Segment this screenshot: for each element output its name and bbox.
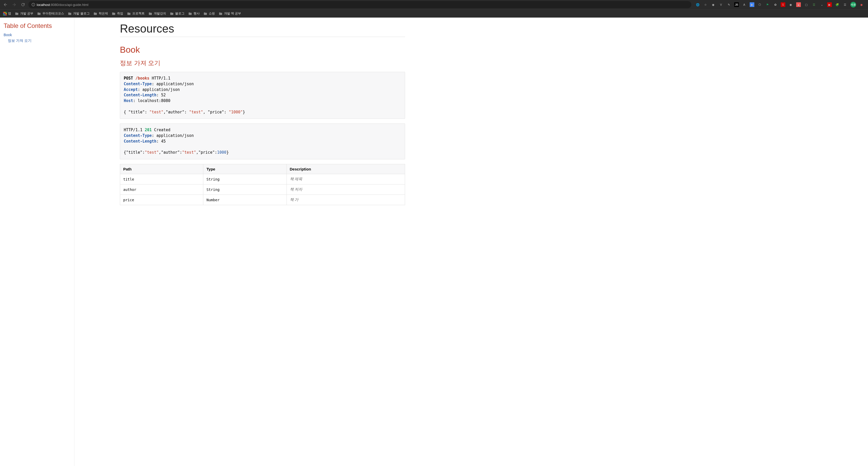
bookmarks-bar: 앱 개발 공부 우아한테크코스 개발 블로그 학은제 취업 프로젝트 개발강의 … <box>0 9 868 18</box>
ext-icon-13[interactable]: ▢ <box>804 2 809 7</box>
bookmark-folder[interactable]: 학은제 <box>93 11 108 16</box>
translate-icon[interactable]: 🌐 <box>695 2 700 7</box>
request-code-block: POST /books HTTP/1.1 Content-Type: appli… <box>120 72 405 119</box>
arrow-right-icon <box>12 2 17 7</box>
cell-type: Number <box>203 195 286 205</box>
reload-icon <box>21 2 25 7</box>
apps-icon <box>3 12 7 15</box>
avatar[interactable]: 세윤 <box>850 2 856 7</box>
ext-icon-5[interactable]: A <box>742 2 747 7</box>
main-content[interactable]: Resources Book 정보 가져 오기 POST /books HTTP… <box>74 18 421 466</box>
ext-icon-10[interactable]: S <box>781 2 785 7</box>
fields-table: Path Type Description title String 책 제목 … <box>120 164 405 205</box>
ext-icon-4[interactable]: JB <box>734 2 739 7</box>
table-row: price Number 책 가 <box>120 195 405 205</box>
ext-icon-6[interactable]: ▶ <box>750 2 754 7</box>
folder-icon <box>112 12 116 15</box>
reading-list-icon[interactable]: ☰ <box>843 2 847 7</box>
bookmark-folder[interactable]: 개발 책 공부 <box>219 11 241 16</box>
extension-icons: 🌐 ☆ ◉ V ✎ JB A ▶ ⎔ ⚑ ✿ S ◉ ▲ ▢ ☰ ⌄ ▶ 🧩 ☰… <box>693 2 866 7</box>
ext-icon-14[interactable]: ☰ <box>812 2 816 7</box>
toc-list: Book 정보 가져 오기 <box>4 33 70 43</box>
response-code-block: HTTP/1.1 201 Created Content-Type: appli… <box>120 123 405 159</box>
browser-chrome: localhost:8080/docs/api-guide.html 🌐 ☆ ◉… <box>0 0 868 18</box>
apps-bookmark[interactable]: 앱 <box>3 11 11 16</box>
ext-icon-7[interactable]: ⎔ <box>757 2 762 7</box>
table-row: title String 책 제목 <box>120 174 405 184</box>
ext-icon-3[interactable]: ✎ <box>726 2 731 7</box>
ext-icon-last[interactable]: ◉ <box>859 2 864 7</box>
ext-icon-8[interactable]: ⚑ <box>765 2 770 7</box>
toc-title: Table of Contents <box>4 22 70 29</box>
th-path: Path <box>120 164 203 174</box>
reload-button[interactable] <box>20 1 26 8</box>
info-icon <box>32 3 35 6</box>
folder-icon <box>203 12 208 15</box>
bookmark-folder[interactable]: 우아한테크코스 <box>37 11 64 16</box>
section-get-info: 정보 가져 오기 <box>120 59 405 67</box>
cell-type: String <box>203 184 286 195</box>
extensions-icon[interactable]: 🧩 <box>835 2 840 7</box>
cell-desc: 책 저자 <box>286 184 405 195</box>
cell-path: title <box>120 174 203 184</box>
page-body: Table of Contents Book 정보 가져 오기 Resource… <box>0 18 868 466</box>
ext-icon-2[interactable]: V <box>719 2 723 7</box>
back-button[interactable] <box>2 1 9 8</box>
cell-path: price <box>120 195 203 205</box>
folder-icon <box>127 12 131 15</box>
cell-desc: 책 가 <box>286 195 405 205</box>
star-icon[interactable]: ☆ <box>703 2 708 7</box>
cell-path: author <box>120 184 203 195</box>
nav-bar: localhost:8080/docs/api-guide.html 🌐 ☆ ◉… <box>0 0 868 9</box>
arrow-left-icon <box>3 2 8 7</box>
bookmark-folder[interactable]: 행사 <box>188 11 200 16</box>
th-type: Type <box>203 164 286 174</box>
cell-desc: 책 제목 <box>286 174 405 184</box>
folder-icon <box>68 12 72 15</box>
bookmark-folder[interactable]: 블로그 <box>170 11 184 16</box>
cell-type: String <box>203 174 286 184</box>
folder-icon <box>37 12 41 15</box>
folder-icon <box>15 12 19 15</box>
toc-link-get-info[interactable]: 정보 가져 오기 <box>8 38 32 42</box>
folder-icon <box>219 12 223 15</box>
ext-icon-12[interactable]: ▲ <box>796 2 801 7</box>
ext-icon-9[interactable]: ✿ <box>773 2 778 7</box>
url-text: localhost:8080/docs/api-guide.html <box>37 3 88 7</box>
section-book: Book <box>120 45 405 55</box>
folder-icon <box>93 12 97 15</box>
folder-icon <box>188 12 192 15</box>
ext-icon-15[interactable]: ▶ <box>827 2 832 7</box>
forward-button[interactable] <box>11 1 18 8</box>
ext-icon-11[interactable]: ◉ <box>788 2 793 7</box>
th-desc: Description <box>286 164 405 174</box>
toc-sidebar: Table of Contents Book 정보 가져 오기 <box>0 18 74 466</box>
bookmark-folder[interactable]: 개발 공부 <box>15 11 33 16</box>
table-header-row: Path Type Description <box>120 164 405 174</box>
toc-link-book[interactable]: Book <box>4 33 12 37</box>
bookmark-folder[interactable]: 개발 블로그 <box>68 11 89 16</box>
bookmark-folder[interactable]: 프로젝트 <box>127 11 145 16</box>
table-row: author String 책 저자 <box>120 184 405 195</box>
folder-icon <box>148 12 152 15</box>
url-bar[interactable]: localhost:8080/docs/api-guide.html <box>28 1 691 8</box>
folder-icon <box>170 12 174 15</box>
pocket-icon[interactable]: ⌄ <box>819 2 824 7</box>
bookmark-folder[interactable]: 개발강의 <box>148 11 166 16</box>
bookmark-folder[interactable]: 쇼핑 <box>203 11 215 16</box>
ext-icon-1[interactable]: ◉ <box>711 2 716 7</box>
bookmark-folder[interactable]: 취업 <box>112 11 123 16</box>
page-title: Resources <box>120 22 405 37</box>
